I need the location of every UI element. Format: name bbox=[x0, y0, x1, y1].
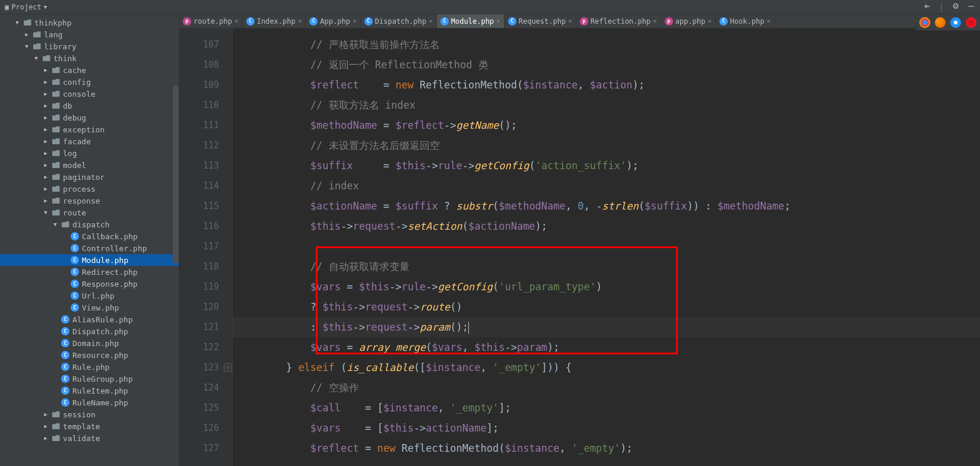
tree-item-redirect-php[interactable]: Redirect.php bbox=[0, 266, 179, 278]
firefox-icon[interactable] bbox=[935, 17, 946, 28]
code-line[interactable]: // 返回一个 ReflectionMethod 类 bbox=[233, 55, 980, 75]
tree-item-debug[interactable]: ▶debug bbox=[0, 112, 179, 123]
close-icon[interactable]: × bbox=[353, 17, 357, 25]
tree-item-lang[interactable]: ▶lang bbox=[0, 28, 179, 40]
line-number[interactable]: 122 bbox=[179, 337, 219, 357]
line-number[interactable]: 120 bbox=[179, 297, 219, 317]
line-number[interactable]: 114 bbox=[179, 176, 219, 196]
fold-marker-icon[interactable]: ⊟ bbox=[224, 363, 232, 372]
tab-hook-php[interactable]: Hook.php× bbox=[716, 14, 775, 28]
code-line[interactable]: // index bbox=[233, 176, 980, 196]
expand-right-icon[interactable]: ▶ bbox=[43, 435, 49, 441]
close-icon[interactable]: × bbox=[767, 17, 771, 25]
code-line[interactable]: // 空操作 bbox=[233, 378, 980, 398]
tree-item-facade[interactable]: ▶facade bbox=[0, 135, 179, 147]
line-number[interactable]: 116 bbox=[179, 216, 219, 236]
tree-item-exception[interactable]: ▶exception bbox=[0, 123, 179, 135]
expand-right-icon[interactable]: ▶ bbox=[43, 423, 49, 429]
line-number[interactable]: 123⊟ bbox=[179, 357, 219, 378]
project-tree[interactable]: ▼thinkphp▶lang▼library▼think▶cache▶confi… bbox=[0, 14, 179, 444]
project-selector[interactable]: ▣ Project ▼ bbox=[5, 3, 47, 11]
line-number[interactable]: 107 bbox=[179, 34, 219, 55]
collapse-icon[interactable]: ⇤ bbox=[923, 1, 931, 9]
line-number[interactable]: 124 bbox=[179, 378, 219, 398]
line-number[interactable]: 113 bbox=[179, 156, 219, 176]
tree-item-url-php[interactable]: Url.php bbox=[0, 290, 179, 302]
tab-index-php[interactable]: Index.php× bbox=[243, 14, 306, 28]
code-editor[interactable]: 1071081091101111121131141151161171181191… bbox=[179, 28, 980, 466]
code-area[interactable]: // 严格获取当前操作方法名 // 返回一个 ReflectionMethod … bbox=[233, 28, 980, 466]
tree-item-view-php[interactable]: View.php bbox=[0, 302, 179, 313]
code-line[interactable]: // 获取方法名 index bbox=[233, 95, 980, 115]
code-line[interactable]: } elseif (is_callable([$instance, '_empt… bbox=[233, 357, 980, 378]
tree-item-model[interactable]: ▶model bbox=[0, 159, 179, 171]
expand-right-icon[interactable]: ▶ bbox=[43, 198, 49, 204]
expand-down-icon[interactable]: ▼ bbox=[14, 20, 20, 26]
safari-icon[interactable] bbox=[950, 17, 961, 28]
tree-item-route[interactable]: ▼route bbox=[0, 207, 179, 218]
line-number[interactable]: 108 bbox=[179, 55, 219, 75]
line-number[interactable]: 126 bbox=[179, 418, 219, 438]
project-sidebar[interactable]: ▼thinkphp▶lang▼library▼think▶cache▶confi… bbox=[0, 14, 179, 466]
line-gutter[interactable]: 1071081091101111121131141151161171181191… bbox=[179, 28, 233, 466]
code-line[interactable]: $vars = [$this->actionName]; bbox=[233, 418, 980, 438]
expand-right-icon[interactable]: ▶ bbox=[43, 411, 49, 417]
tree-item-paginator[interactable]: ▶paginator bbox=[0, 171, 179, 183]
expand-down-icon[interactable]: ▼ bbox=[52, 221, 58, 227]
expand-right-icon[interactable]: ▶ bbox=[43, 138, 49, 144]
code-line[interactable]: // 自动获取请求变量 bbox=[233, 256, 980, 277]
code-line[interactable]: // 未设置方法名后缀返回空 bbox=[233, 135, 980, 156]
hide-icon[interactable]: — bbox=[967, 1, 975, 9]
tab-module-php[interactable]: Module.php× bbox=[437, 14, 505, 28]
tree-item-thinkphp[interactable]: ▼thinkphp bbox=[0, 17, 179, 28]
tree-item-library[interactable]: ▼library bbox=[0, 40, 179, 52]
tab-route-php[interactable]: route.php× bbox=[179, 14, 243, 28]
line-number[interactable]: 117 bbox=[179, 236, 219, 256]
tree-item-template[interactable]: ▶template bbox=[0, 420, 179, 432]
tree-item-process[interactable]: ▶process bbox=[0, 183, 179, 195]
tree-item-dispatch[interactable]: ▼dispatch bbox=[0, 218, 179, 230]
code-line[interactable]: $reflect = new ReflectionMethod($instanc… bbox=[233, 75, 980, 95]
expand-down-icon[interactable]: ▼ bbox=[33, 55, 39, 61]
close-icon[interactable]: × bbox=[708, 17, 712, 25]
tree-item-session[interactable]: ▶session bbox=[0, 408, 179, 420]
line-number[interactable]: 125 bbox=[179, 398, 219, 418]
tree-item-rulegroup-php[interactable]: RuleGroup.php bbox=[0, 373, 179, 385]
gear-icon[interactable]: ⚙ bbox=[952, 1, 960, 9]
expand-right-icon[interactable]: ▶ bbox=[43, 162, 49, 168]
tree-item-callback-php[interactable]: Callback.php bbox=[0, 230, 179, 242]
code-line[interactable]: $call = [$instance, '_empty']; bbox=[233, 398, 980, 418]
tree-item-response-php[interactable]: Response.php bbox=[0, 278, 179, 290]
code-line[interactable]: $suffix = $this->rule->getConfig('action… bbox=[233, 156, 980, 176]
tab-request-php[interactable]: Request.php× bbox=[505, 14, 576, 28]
close-icon[interactable]: × bbox=[429, 17, 433, 25]
opera-icon[interactable] bbox=[966, 17, 976, 28]
close-icon[interactable]: × bbox=[234, 17, 239, 25]
close-icon[interactable]: × bbox=[496, 17, 500, 25]
expand-right-icon[interactable]: ▶ bbox=[43, 150, 49, 156]
line-number[interactable]: 109 bbox=[179, 75, 219, 95]
tree-item-controller-php[interactable]: Controller.php bbox=[0, 242, 179, 254]
line-number[interactable]: 110 bbox=[179, 95, 219, 115]
code-line[interactable]: : $this->request->param(); bbox=[233, 317, 980, 337]
close-icon[interactable]: × bbox=[298, 17, 302, 25]
expand-down-icon[interactable]: ▼ bbox=[24, 43, 30, 49]
sidebar-scrollbar[interactable] bbox=[173, 85, 179, 264]
code-line[interactable]: $this->request->setAction($actionName); bbox=[233, 216, 980, 236]
tree-item-dispatch-php[interactable]: Dispatch.php bbox=[0, 325, 179, 337]
tree-item-config[interactable]: ▶config bbox=[0, 76, 179, 88]
tree-item-rulename-php[interactable]: RuleName.php bbox=[0, 397, 179, 408]
tree-item-think[interactable]: ▼think bbox=[0, 52, 179, 64]
line-number[interactable]: 119 bbox=[179, 277, 219, 297]
code-line[interactable]: $vars = array_merge($vars, $this->param)… bbox=[233, 337, 980, 357]
expand-right-icon[interactable]: ▶ bbox=[43, 79, 49, 85]
tab-app-php[interactable]: app.php× bbox=[661, 14, 716, 28]
tree-item-ruleitem-php[interactable]: RuleItem.php bbox=[0, 385, 179, 397]
code-line[interactable]: // 严格获取当前操作方法名 bbox=[233, 34, 980, 55]
tree-item-cache[interactable]: ▶cache bbox=[0, 64, 179, 76]
close-icon[interactable]: × bbox=[568, 17, 572, 25]
editor-tabs[interactable]: route.php×Index.php×App.php×Dispatch.php… bbox=[179, 14, 980, 28]
line-number[interactable]: 112 bbox=[179, 135, 219, 156]
expand-right-icon[interactable]: ▶ bbox=[43, 115, 49, 121]
tab-dispatch-php[interactable]: Dispatch.php× bbox=[361, 14, 437, 28]
